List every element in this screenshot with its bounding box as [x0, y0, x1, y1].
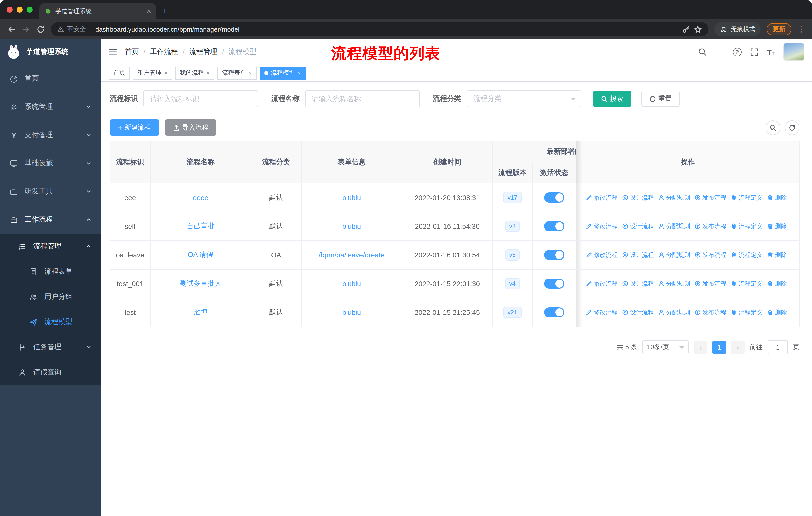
reset-button[interactable]: 重置 [641, 91, 679, 107]
sidebar-item-infra[interactable]: 基础设施 [0, 149, 101, 178]
edit-process-action[interactable]: 修改流程 [586, 222, 618, 230]
form-info-link[interactable]: biubiu [342, 308, 361, 317]
tag-close-icon[interactable]: × [297, 69, 301, 76]
design-process-action[interactable]: 设计流程 [622, 308, 654, 317]
version-badge[interactable]: v4 [505, 278, 520, 289]
assign-rule-action[interactable]: 分配规则 [659, 193, 690, 202]
version-badge[interactable]: v2 [505, 221, 520, 232]
tag-process-model[interactable]: 流程模型 × [260, 66, 306, 79]
edit-process-action[interactable]: 修改流程 [586, 308, 618, 317]
form-info-link[interactable]: /bpm/oa/leave/create [319, 251, 385, 259]
show-search-button[interactable] [766, 120, 780, 135]
tag-close-icon[interactable]: × [206, 69, 210, 76]
tag-close-icon[interactable]: × [164, 69, 168, 76]
site-security-chip[interactable]: 不安全 [57, 25, 86, 33]
next-page-button[interactable]: › [731, 341, 745, 354]
active-toggle[interactable] [544, 279, 564, 289]
tag-close-icon[interactable]: × [249, 69, 252, 76]
fullscreen-icon[interactable] [750, 48, 758, 56]
form-info-link[interactable]: biubiu [342, 280, 361, 288]
import-process-button[interactable]: 导入流程 [165, 119, 216, 136]
sidebar-item-devtools[interactable]: 研发工具 [0, 178, 101, 206]
form-info-link[interactable]: biubiu [342, 222, 361, 230]
delete-action[interactable]: 删除 [767, 251, 787, 259]
search-button[interactable]: 搜索 [593, 91, 631, 107]
tag-my-process[interactable]: 我的流程 × [175, 66, 214, 79]
breadcrumb-home[interactable]: 首页 [125, 47, 139, 56]
edit-process-action[interactable]: 修改流程 [586, 251, 618, 259]
sidebar-item-task-manage[interactable]: 任务管理 [0, 334, 101, 360]
forward-icon[interactable] [22, 25, 30, 33]
assign-rule-action[interactable]: 分配规则 [659, 279, 690, 288]
maximize-window-button[interactable] [27, 6, 33, 12]
sidebar-item-home[interactable]: 首页 [0, 64, 101, 93]
url-bar[interactable]: 不安全 dashboard.yudao.iocoder.cn/bpm/manag… [51, 22, 708, 36]
active-toggle[interactable] [544, 307, 564, 318]
process-definition-action[interactable]: 流程定义 [731, 251, 763, 259]
create-process-button[interactable]: + 新建流程 [110, 119, 159, 136]
user-avatar[interactable] [783, 43, 805, 61]
app-logo[interactable]: 芋道管理系统 [0, 39, 101, 64]
active-toggle[interactable] [544, 192, 564, 202]
active-toggle[interactable] [544, 221, 564, 231]
publish-process-action[interactable]: 发布流程 [695, 193, 726, 202]
sidebar-item-user-group[interactable]: 用户分组 [0, 284, 101, 309]
version-badge[interactable]: v17 [504, 192, 522, 203]
active-toggle[interactable] [544, 250, 564, 260]
process-name-link[interactable]: OA 请假 [188, 250, 214, 259]
back-icon[interactable] [7, 25, 16, 33]
breadcrumb-process-manage[interactable]: 流程管理 [189, 47, 218, 56]
category-select[interactable]: 流程分类 [467, 90, 581, 107]
assign-rule-action[interactable]: 分配规则 [659, 222, 690, 230]
tab-close-icon[interactable]: × [147, 7, 151, 15]
sidebar-item-process-form[interactable]: 流程表单 [0, 259, 101, 284]
design-process-action[interactable]: 设计流程 [622, 222, 654, 230]
reload-icon[interactable] [36, 25, 45, 33]
browser-menu-icon[interactable]: ⋮ [798, 25, 805, 34]
process-name-link[interactable]: 滔博 [194, 308, 208, 316]
design-process-action[interactable]: 设计流程 [622, 193, 654, 202]
process-key-input[interactable] [143, 90, 258, 107]
goto-page-input[interactable] [768, 340, 788, 354]
edit-process-action[interactable]: 修改流程 [586, 279, 618, 288]
design-process-action[interactable]: 设计流程 [622, 251, 654, 259]
design-process-action[interactable]: 设计流程 [622, 279, 654, 288]
delete-action[interactable]: 删除 [767, 193, 787, 202]
process-definition-action[interactable]: 流程定义 [731, 279, 763, 288]
search-icon[interactable] [698, 48, 706, 56]
font-size-icon[interactable]: TT [767, 48, 775, 56]
delete-action[interactable]: 删除 [767, 308, 787, 317]
chrome-update-button[interactable]: 更新 [767, 23, 791, 35]
publish-process-action[interactable]: 发布流程 [695, 279, 726, 288]
process-name-link[interactable]: eeee [193, 193, 208, 201]
sidebar-item-payment[interactable]: ¥ 支付管理 [0, 121, 101, 149]
publish-process-action[interactable]: 发布流程 [695, 222, 726, 230]
publish-process-action[interactable]: 发布流程 [695, 308, 726, 317]
assign-rule-action[interactable]: 分配规则 [659, 251, 690, 259]
process-definition-action[interactable]: 流程定义 [731, 193, 763, 202]
new-tab-button[interactable]: + [162, 5, 168, 17]
delete-action[interactable]: 删除 [767, 279, 787, 288]
process-name-input[interactable] [305, 90, 420, 107]
password-key-icon[interactable] [682, 25, 690, 33]
publish-process-action[interactable]: 发布流程 [695, 251, 726, 259]
sidebar-item-process-model[interactable]: 流程模型 [0, 309, 101, 334]
hamburger-icon[interactable] [108, 47, 117, 56]
process-definition-action[interactable]: 流程定义 [731, 308, 763, 317]
refresh-table-button[interactable] [785, 120, 800, 135]
sidebar-item-system[interactable]: 系统管理 [0, 93, 101, 121]
tag-tenant[interactable]: 租户管理 × [133, 66, 172, 79]
form-info-link[interactable]: biubiu [342, 193, 361, 201]
version-badge[interactable]: v21 [504, 307, 522, 318]
help-icon[interactable]: ? [733, 48, 741, 56]
sidebar-item-leave-query[interactable]: 请假查询 [0, 360, 101, 385]
prev-page-button[interactable]: ‹ [694, 341, 707, 354]
page-1-button[interactable]: 1 [712, 341, 726, 354]
github-icon[interactable] [715, 47, 724, 56]
sidebar-item-process-manage[interactable]: 流程管理 [0, 234, 101, 259]
process-name-link[interactable]: 自己审批 [186, 222, 215, 230]
edit-process-action[interactable]: 修改流程 [586, 193, 618, 202]
browser-tab[interactable]: 芋道管理系统 × [39, 3, 156, 19]
page-size-select[interactable]: 10条/页 [642, 340, 689, 354]
process-definition-action[interactable]: 流程定义 [731, 222, 763, 230]
